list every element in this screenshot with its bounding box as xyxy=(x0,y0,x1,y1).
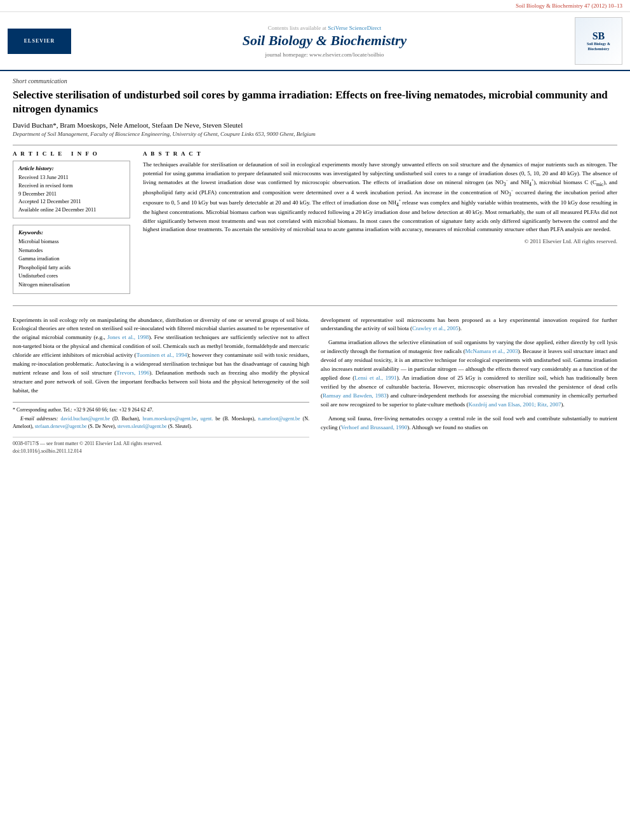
issn-text: 0038-0717/$ — see front matter © 2011 El… xyxy=(13,440,309,448)
content-area: Short communication Selective sterilisat… xyxy=(0,71,630,462)
authors: David Buchan*, Bram Moeskops, Nele Amelo… xyxy=(13,121,617,129)
email-buchan[interactable]: david.buchan@ugent.be xyxy=(61,416,111,422)
keywords-heading: Keywords: xyxy=(18,229,124,236)
article-info-heading: A R T I C L E I N F O xyxy=(13,150,130,157)
divider xyxy=(13,145,617,145)
article-history-heading: Article history: xyxy=(18,165,124,171)
email-sleutel[interactable]: steven.sleutel@ugent.be xyxy=(117,423,167,429)
email-moeskops[interactable]: bram.moeskops@ugent.be xyxy=(142,416,196,422)
ref-trevors[interactable]: Trevors, 1996 xyxy=(116,370,149,376)
left-column: A R T I C L E I N F O Article history: R… xyxy=(13,150,130,300)
elsevier-logo-area: ELSEVIER xyxy=(8,29,84,54)
journal-header: ELSEVIER Contents lists available at Sci… xyxy=(0,12,630,71)
keyword-microbial-biomass: Microbial biomass xyxy=(18,237,124,246)
elsevier-logo: ELSEVIER xyxy=(8,29,71,54)
email-deneve[interactable]: stefaan.deneve@ugent.be xyxy=(35,423,87,429)
body-para-1: Experiments in soil ecology rely on mani… xyxy=(13,316,309,396)
keyword-nematodes: Nematodes xyxy=(18,246,124,255)
bottom-info: 0038-0717/$ — see front matter © 2011 El… xyxy=(13,437,309,456)
body-para-4: Among soil fauna, free-living nematodes … xyxy=(321,415,617,432)
available-online-date: Available online 24 December 2011 xyxy=(18,206,124,214)
email-moeskops-2[interactable]: ugent. xyxy=(201,416,213,422)
body-para-2: development of representative soil micro… xyxy=(321,316,617,334)
ref-lensi[interactable]: Lensi et al., 1991 xyxy=(354,375,396,381)
divider-2 xyxy=(13,305,617,306)
copyright: © 2011 Elsevier Ltd. All rights reserved… xyxy=(143,238,617,244)
body-col-1: Experiments in soil ecology rely on mani… xyxy=(13,316,309,456)
journal-homepage: journal homepage: www.elsevier.com/locat… xyxy=(84,51,565,58)
ref-kozdro[interactable]: Kozdrój and van Elsas, 2001; Ritz, 2007 xyxy=(468,401,561,408)
received-revised-label: Received in revised form xyxy=(18,182,124,190)
keyword-undisturbed: Undisturbed cores xyxy=(18,272,124,281)
ref-mcnamara[interactable]: McNamara et al., 2003 xyxy=(465,348,518,354)
doi-text: doi:10.1016/j.soilbio.2011.12.014 xyxy=(13,448,309,455)
article-type: Short communication xyxy=(13,77,617,84)
received-date: Received 13 June 2011 xyxy=(18,173,124,182)
journal-logo-area: SB Soil Biology &Biochemistry xyxy=(565,17,622,65)
keyword-nitrogen: Nitrogen mineralisation xyxy=(18,281,124,290)
abstract-text: The techniques available for sterilisati… xyxy=(143,161,617,234)
footnote-area: * Corresponding author. Tel.: +32 9 264 … xyxy=(13,402,309,430)
journal-title-area: Contents lists available at SciVerse Sci… xyxy=(84,25,565,58)
email-ameloot[interactable]: n.ameloot@ugent.be xyxy=(258,416,300,422)
ref-ramsay[interactable]: Ramsay and Bawden, 1983 xyxy=(323,392,387,399)
keyword-gamma: Gamma irradiation xyxy=(18,255,124,263)
accepted-date: Accepted 12 December 2011 xyxy=(18,197,124,206)
journal-logo-box: SB Soil Biology &Biochemistry xyxy=(575,17,622,65)
sciverse-text: Contents lists available at SciVerse Sci… xyxy=(84,25,565,31)
abstract-heading: A B S T R A C T xyxy=(143,150,617,157)
body-columns: Experiments in soil ecology rely on mani… xyxy=(13,316,617,456)
ref-jones[interactable]: Jones et al., 1998 xyxy=(107,334,149,340)
journal-citation: Soil Biology & Biochemistry 47 (2012) 10… xyxy=(0,0,630,12)
sciverse-link[interactable]: SciVerse ScienceDirect xyxy=(328,25,381,31)
ref-verhoef[interactable]: Verhoef and Brussaard, 1990 xyxy=(341,424,407,430)
body-col-2: development of representative soil micro… xyxy=(321,316,617,456)
right-column: A B S T R A C T The techniques available… xyxy=(143,150,617,300)
article-info-abstract: A R T I C L E I N F O Article history: R… xyxy=(13,150,617,300)
citation-text: Soil Biology & Biochemistry 47 (2012) 10… xyxy=(516,3,622,9)
keywords-box: Keywords: Microbial biomass Nematodes Ga… xyxy=(13,225,130,294)
received-revised-date: 9 December 2011 xyxy=(18,190,124,198)
ref-tuominen[interactable]: Tuominen et al., 1994 xyxy=(137,352,187,358)
article-history-box: Article history: Received 13 June 2011 R… xyxy=(13,161,130,218)
body-para-3: Gamma irradiation allows the selective e… xyxy=(321,338,617,410)
ref-crawley[interactable]: Crawley et al., 2005 xyxy=(412,325,459,331)
keyword-plfa: Phospholipid fatty acids xyxy=(18,263,124,272)
footnote-emails: E-mail addresses: david.buchan@ugent.be … xyxy=(13,415,309,430)
affiliation: Department of Soil Management, Faculty o… xyxy=(13,131,617,137)
article-title: Selective sterilisation of undisturbed s… xyxy=(13,88,617,116)
footnote-corresponding: * Corresponding author. Tel.: +32 9 264 … xyxy=(13,406,309,414)
journal-title: Soil Biology & Biochemistry xyxy=(84,32,565,49)
